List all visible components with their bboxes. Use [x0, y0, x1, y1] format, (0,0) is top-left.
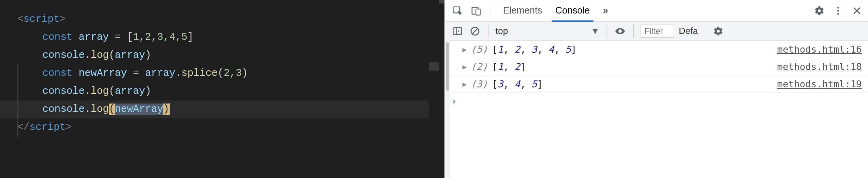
assign-op: = [127, 68, 145, 79]
keyword-const: const [42, 68, 73, 79]
levels-label: Defa [679, 26, 698, 36]
context-label: top [495, 26, 508, 36]
separator [633, 25, 634, 38]
tag-open-bracket: < [17, 14, 23, 25]
console-toolbar: top ▼ Defa [445, 21, 868, 41]
arg-newarray: newArray [115, 104, 163, 115]
array-preview: [3, 4, 5] [492, 79, 543, 89]
separator [488, 25, 489, 38]
tag-open-bracket: </ [17, 122, 30, 133]
source-link[interactable]: methods.html:18 [777, 61, 862, 72]
console-message[interactable]: ▶ (5) [1, 2, 3, 4, 5] methods.html:16 [445, 41, 868, 58]
arr-ref: array [145, 68, 175, 79]
separator [705, 25, 705, 38]
source-link[interactable]: methods.html:19 [777, 79, 862, 89]
array-preview: [1, 2] [492, 61, 526, 72]
console-message[interactable]: ▶ (2) [1, 2] methods.html:18 [445, 58, 868, 75]
arg-array: array [115, 50, 145, 61]
console-message[interactable]: ▶ (3) [3, 4, 5] methods.html:19 [445, 75, 868, 93]
execution-context-select[interactable]: top ▼ [495, 26, 600, 36]
chevron-down-icon: ▼ [591, 26, 600, 36]
live-expression-eye-icon[interactable] [614, 25, 626, 37]
kebab-menu-icon[interactable] [832, 5, 844, 17]
disclosure-triangle-icon[interactable]: ▶ [462, 80, 467, 88]
close-icon[interactable] [851, 5, 863, 17]
svg-point-4 [837, 10, 839, 11]
paren-open: ( [109, 86, 115, 97]
scrollbar-marker [439, 0, 444, 3]
log-fn: log [91, 104, 109, 115]
paren-close: ) [242, 68, 248, 79]
svg-rect-6 [454, 28, 462, 35]
log-levels-select[interactable]: Defa [679, 26, 698, 36]
var-array: array [78, 32, 109, 43]
disclosure-triangle-icon[interactable]: ▶ [462, 63, 467, 71]
prompt-chevron-icon: › [451, 96, 457, 106]
devtools-panel: Elements Console » top ▼ Defa [444, 0, 868, 178]
devtools-tab-strip: Elements Console » [445, 0, 868, 21]
minimap[interactable] [429, 0, 439, 178]
dot: . [85, 86, 91, 97]
console-settings-gear-icon[interactable] [712, 25, 725, 37]
separator [607, 25, 607, 38]
separator [491, 4, 491, 18]
paren-close: ) [145, 86, 151, 97]
svg-rect-2 [476, 9, 481, 15]
array-length: (2) [471, 61, 488, 72]
dot: . [85, 50, 91, 61]
array-length: (5) [471, 44, 488, 55]
console-object: console [42, 86, 85, 97]
device-toolbar-icon[interactable] [470, 5, 483, 17]
paren-close-matched: ) [163, 104, 169, 115]
tab-console[interactable]: Console [552, 0, 593, 21]
code-editor[interactable]: <script> const array = [1,2,3,4,5] conso… [0, 0, 444, 178]
bracket-close: ] [187, 32, 193, 43]
console-prompt[interactable]: › [445, 93, 868, 109]
paren-open: ( [109, 50, 115, 61]
tab-elements-label: Elements [503, 5, 542, 16]
arg-array: array [115, 86, 145, 97]
source-link[interactable]: methods.html:16 [777, 44, 862, 55]
clear-console-icon[interactable] [469, 25, 481, 37]
tag-name: script [30, 122, 66, 133]
paren-open: ( [218, 68, 224, 79]
console-object: console [42, 104, 85, 115]
disclosure-triangle-icon[interactable]: ▶ [462, 45, 467, 54]
paren-close: ) [145, 50, 151, 61]
code-block: <script> const array = [1,2,3,4,5] conso… [17, 10, 444, 136]
tab-more[interactable]: » [600, 0, 612, 21]
array-numbers: 1,2,3,4,5 [133, 32, 187, 43]
var-newarray: newArray [78, 68, 127, 79]
log-fn: log [91, 50, 109, 61]
console-messages: ▶ (5) [1, 2, 3, 4, 5] methods.html:16 ▶ … [445, 41, 868, 109]
tag-close-bracket: > [66, 122, 72, 133]
keyword-const: const [42, 32, 73, 43]
editor-scrollbar[interactable] [439, 0, 444, 178]
devtools-scrollbar[interactable] [445, 21, 450, 178]
log-fn: log [91, 86, 109, 97]
toggle-sidebar-icon[interactable] [451, 25, 464, 37]
minimap-thumb[interactable] [429, 62, 439, 71]
filter-input[interactable] [641, 25, 674, 38]
splice-args: 2,3 [224, 68, 242, 79]
bracket-open: [ [127, 32, 133, 43]
tab-elements[interactable]: Elements [500, 0, 546, 21]
svg-point-3 [837, 7, 839, 8]
dot: . [85, 104, 91, 115]
tab-more-label: » [603, 5, 608, 16]
paren-open-matched: ( [109, 104, 115, 115]
dot: . [175, 68, 181, 79]
text-cursor [169, 103, 170, 115]
console-object: console [42, 50, 85, 61]
settings-gear-icon[interactable] [813, 5, 826, 17]
tag-close-bracket: > [60, 14, 66, 25]
array-length: (3) [471, 79, 488, 89]
array-preview: [1, 2, 3, 4, 5] [492, 44, 577, 55]
tag-name: script [23, 14, 59, 25]
svg-point-5 [837, 13, 839, 15]
scrollbar-thumb[interactable] [446, 42, 449, 91]
splice-fn: splice [181, 68, 217, 79]
tab-console-label: Console [556, 5, 590, 16]
inspect-element-icon[interactable] [451, 5, 464, 17]
indent-guide [17, 64, 18, 137]
